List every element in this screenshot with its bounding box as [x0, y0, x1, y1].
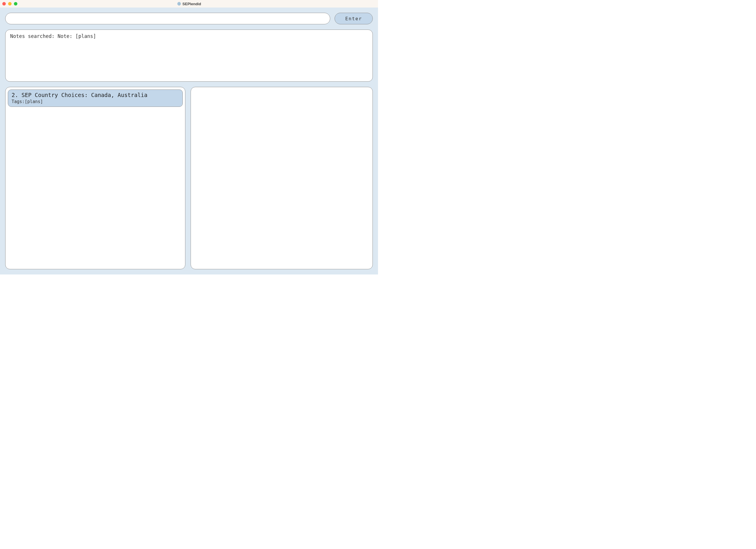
command-input[interactable]: [5, 13, 330, 24]
note-card[interactable]: 2. SEP Country Choices: Canada, Australi…: [8, 90, 183, 107]
window-title-container: SEPlendid: [177, 2, 201, 6]
input-row: Enter: [5, 13, 373, 24]
window-title: SEPlendid: [182, 2, 201, 6]
status-message: Notes searched: Note: [plans]: [10, 33, 96, 39]
minimize-icon[interactable]: [8, 2, 12, 6]
traffic-lights: [2, 2, 17, 6]
close-icon[interactable]: [2, 2, 6, 6]
note-title: 2. SEP Country Choices: Canada, Australi…: [12, 92, 179, 99]
globe-icon: [177, 2, 181, 6]
notes-list-panel[interactable]: 2. SEP Country Choices: Canada, Australi…: [5, 87, 185, 269]
maximize-icon[interactable]: [14, 2, 17, 6]
detail-panel: [191, 87, 373, 269]
titlebar: SEPlendid: [0, 0, 378, 8]
app-window: SEPlendid Enter Notes searched: Note: [p…: [0, 0, 378, 274]
svg-point-0: [177, 2, 181, 6]
status-panel: Notes searched: Note: [plans]: [5, 30, 373, 82]
enter-button[interactable]: Enter: [335, 13, 373, 24]
bottom-row: 2. SEP Country Choices: Canada, Australi…: [5, 87, 373, 269]
note-tags: Tags:[plans]: [12, 99, 179, 104]
content-area: Enter Notes searched: Note: [plans] 2. S…: [0, 8, 378, 274]
